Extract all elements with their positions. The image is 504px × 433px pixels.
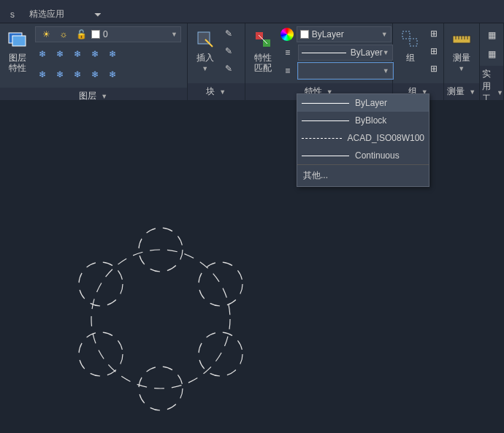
color-selector[interactable]: ByLayer ▼: [297, 26, 392, 42]
tab-s[interactable]: s: [3, 9, 22, 20]
linetype-option-label: ACAD_ISO08W100: [348, 133, 424, 143]
group-icon: [399, 28, 422, 51]
chevron-down-icon: ▼: [497, 89, 503, 96]
linetype-option-acadiso[interactable]: ACAD_ISO08W100: [297, 129, 429, 147]
layer-tool-2-icon[interactable]: ❄: [53, 47, 67, 61]
lock-icon: 🔓: [74, 27, 88, 42]
chevron-down-icon: ▼: [219, 88, 226, 96]
chevron-down-icon: ▼: [383, 67, 389, 74]
layer-tool-9-icon[interactable]: ❄: [88, 67, 102, 82]
svg-point-14: [139, 228, 183, 272]
linetype-option-label: ByBlock: [355, 115, 386, 126]
match-properties-button[interactable]: 特性 匹配: [248, 26, 278, 74]
group-tool-2-icon[interactable]: ⊞: [427, 44, 441, 58]
insert-block-button[interactable]: 插入▼: [191, 26, 220, 75]
chevron-down-icon: ▼: [202, 65, 208, 72]
chevron-down-icon: ▼: [383, 49, 389, 56]
layer-tool-5-icon[interactable]: ❄: [105, 47, 120, 61]
linetype-dropdown: ByLayer ByBlock ACAD_ISO08W100 Continuou…: [297, 93, 429, 187]
layer-tool-7-icon[interactable]: ❄: [53, 67, 67, 82]
panel-block: 插入▼ ✎ ✎ ✎ 块▼: [188, 23, 245, 100]
color-swatch: [300, 30, 309, 39]
svg-point-13: [91, 250, 230, 388]
secondary-tab-bar: s 精选应用 ⏷: [0, 6, 504, 23]
panel-group: 组 ⊞ ⊞ ⊞ 组▼: [393, 23, 444, 100]
linetype-option-label: Continuous: [355, 150, 400, 161]
tab-featured[interactable]: 精选应用: [22, 8, 72, 20]
group-tool-3-icon[interactable]: ⊞: [427, 61, 441, 76]
chevron-down-icon: ▼: [101, 93, 107, 100]
svg-point-15: [199, 262, 243, 306]
group-tool-1-icon[interactable]: ⊞: [427, 26, 441, 41]
panel-measure-title[interactable]: 测量▼: [444, 83, 479, 100]
chevron-down-icon: ▼: [381, 31, 388, 38]
layer-tool-4-icon[interactable]: ❄: [88, 47, 102, 61]
linetype-option-bylayer[interactable]: ByLayer: [297, 94, 429, 112]
layer-tool-10-icon[interactable]: ❄: [105, 67, 120, 82]
lineweight-selector[interactable]: ByLayer ▼: [298, 45, 393, 61]
linetype-other[interactable]: 其他...: [297, 164, 429, 186]
layer-properties-button[interactable]: 图层 特性: [3, 26, 32, 74]
match-properties-label: 特性 匹配: [254, 53, 272, 73]
color-wheel-icon[interactable]: [280, 28, 294, 41]
measure-label: 测量: [453, 53, 470, 63]
layer-properties-label: 图层 特性: [9, 53, 26, 73]
svg-rect-6: [410, 39, 417, 46]
lineweight-tool-icon[interactable]: ≡: [280, 45, 295, 60]
svg-rect-1: [12, 36, 26, 46]
color-value: ByLayer: [312, 29, 381, 39]
lineweight-value: ByLayer: [351, 47, 383, 58]
layer-properties-icon: [6, 28, 29, 51]
linetype-option-label: ByLayer: [355, 98, 387, 108]
panel-layers: 图层 特性 ☀ ☼ 🔓 0 ▼ ❄ ❄: [0, 23, 188, 100]
block-tool-1-icon[interactable]: ✎: [221, 26, 236, 41]
linetype-option-byblock[interactable]: ByBlock: [297, 112, 429, 129]
linetype-selector[interactable]: ▼: [298, 63, 393, 79]
chevron-down-icon: ▼: [469, 88, 476, 96]
layer-name: 0: [103, 29, 108, 39]
chevron-down-icon: ▼: [458, 65, 465, 72]
panel-block-title[interactable]: 块▼: [188, 83, 245, 100]
layer-tool-6-icon[interactable]: ❄: [35, 67, 50, 82]
group-label: 组: [406, 53, 415, 63]
linetype-tool-icon[interactable]: ≡: [280, 64, 295, 78]
sun-icon: ☼: [56, 27, 71, 42]
layer-color-swatch: [91, 30, 100, 39]
svg-rect-5: [402, 31, 410, 39]
ruler-icon: [450, 28, 473, 51]
panel-utility: ▦ ▦ 实用工具▼: [480, 23, 504, 100]
panel-properties: 特性 匹配 ByLayer ▼ ≡ ByLaye: [245, 23, 393, 100]
group-button[interactable]: 组: [396, 26, 425, 64]
utility-tool-2-icon[interactable]: ▦: [484, 47, 499, 61]
measure-button[interactable]: 测量▼: [447, 26, 476, 75]
block-tool-2-icon[interactable]: ✎: [221, 44, 236, 58]
tab-ext[interactable]: ⏷: [86, 9, 110, 20]
block-tool-3-icon[interactable]: ✎: [221, 61, 236, 76]
layer-tool-3-icon[interactable]: ❄: [70, 47, 85, 61]
layer-tool-1-icon[interactable]: ❄: [35, 47, 50, 61]
layer-tool-8-icon[interactable]: ❄: [70, 67, 85, 82]
insert-block-icon: [194, 28, 217, 51]
ribbon: 图层 特性 ☀ ☼ 🔓 0 ▼ ❄ ❄: [0, 23, 504, 100]
linetype-option-continuous[interactable]: Continuous: [297, 147, 429, 164]
layer-selector[interactable]: ☀ ☼ 🔓 0 ▼: [35, 26, 181, 42]
match-properties-icon: [251, 28, 275, 51]
chevron-down-icon: ▼: [171, 31, 177, 38]
lightbulb-icon: ☀: [39, 27, 53, 42]
utility-tool-1-icon[interactable]: ▦: [484, 28, 499, 42]
panel-measure: 测量▼ 测量▼: [444, 23, 480, 100]
linetype-other-label: 其他...: [303, 170, 328, 180]
insert-block-label: 插入: [196, 53, 214, 63]
